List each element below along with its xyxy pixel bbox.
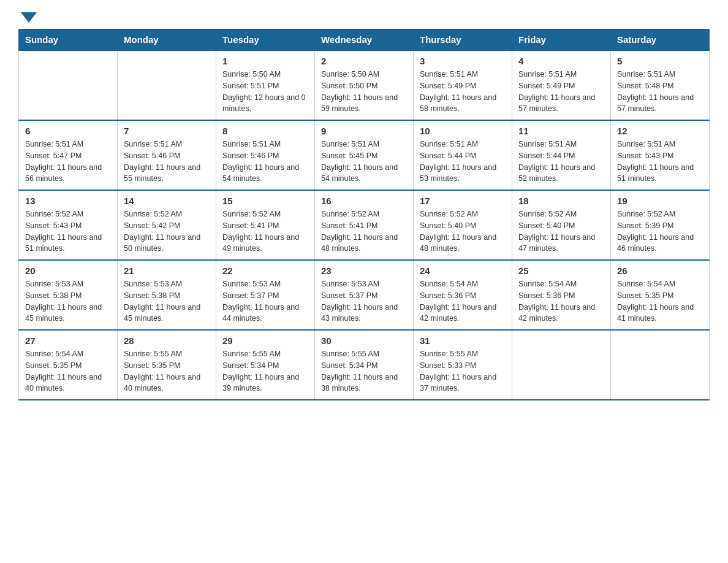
day-number: 26: [617, 266, 703, 276]
column-header-thursday: Thursday: [414, 29, 512, 51]
calendar-cell: 23Sunrise: 5:53 AMSunset: 5:37 PMDayligh…: [315, 260, 414, 330]
day-info: Sunrise: 5:54 AMSunset: 5:35 PMDaylight:…: [25, 348, 111, 394]
calendar-cell: [512, 330, 611, 400]
day-number: 16: [321, 196, 407, 206]
day-info: Sunrise: 5:53 AMSunset: 5:38 PMDaylight:…: [25, 278, 111, 324]
day-info: Sunrise: 5:52 AMSunset: 5:40 PMDaylight:…: [420, 209, 506, 255]
calendar-cell: 17Sunrise: 5:52 AMSunset: 5:40 PMDayligh…: [414, 190, 512, 260]
day-number: 28: [124, 335, 210, 346]
calendar-cell: 2Sunrise: 5:50 AMSunset: 5:50 PMDaylight…: [315, 50, 414, 120]
day-info: Sunrise: 5:54 AMSunset: 5:36 PMDaylight:…: [518, 278, 604, 324]
day-number: 18: [518, 196, 604, 206]
calendar-cell: 7Sunrise: 5:51 AMSunset: 5:46 PMDaylight…: [118, 120, 216, 190]
calendar-week-row: 1Sunrise: 5:50 AMSunset: 5:51 PMDaylight…: [19, 50, 710, 120]
day-info: Sunrise: 5:50 AMSunset: 5:50 PMDaylight:…: [321, 69, 407, 115]
day-info: Sunrise: 5:55 AMSunset: 5:33 PMDaylight:…: [420, 348, 506, 394]
calendar-week-row: 20Sunrise: 5:53 AMSunset: 5:38 PMDayligh…: [19, 260, 710, 330]
day-number: 10: [420, 126, 506, 136]
day-number: 22: [222, 266, 308, 276]
calendar-cell: [118, 50, 216, 120]
day-info: Sunrise: 5:52 AMSunset: 5:41 PMDaylight:…: [321, 209, 407, 255]
calendar-table: SundayMondayTuesdayWednesdayThursdayFrid…: [18, 29, 710, 400]
column-header-saturday: Saturday: [611, 29, 710, 51]
calendar-cell: 6Sunrise: 5:51 AMSunset: 5:47 PMDaylight…: [19, 120, 118, 190]
calendar-cell: 3Sunrise: 5:51 AMSunset: 5:49 PMDaylight…: [414, 50, 512, 120]
day-info: Sunrise: 5:51 AMSunset: 5:44 PMDaylight:…: [420, 139, 506, 185]
logo: [18, 12, 37, 23]
day-info: Sunrise: 5:51 AMSunset: 5:49 PMDaylight:…: [420, 69, 506, 115]
column-header-tuesday: Tuesday: [216, 29, 315, 51]
day-info: Sunrise: 5:52 AMSunset: 5:43 PMDaylight:…: [25, 209, 111, 255]
column-header-sunday: Sunday: [19, 29, 118, 51]
day-info: Sunrise: 5:53 AMSunset: 5:37 PMDaylight:…: [321, 278, 407, 324]
calendar-cell: 15Sunrise: 5:52 AMSunset: 5:41 PMDayligh…: [216, 190, 315, 260]
day-number: 1: [222, 56, 308, 66]
day-info: Sunrise: 5:52 AMSunset: 5:42 PMDaylight:…: [124, 209, 210, 255]
day-info: Sunrise: 5:53 AMSunset: 5:38 PMDaylight:…: [124, 278, 210, 324]
day-number: 9: [321, 126, 407, 136]
calendar-cell: 24Sunrise: 5:54 AMSunset: 5:36 PMDayligh…: [414, 260, 512, 330]
day-number: 17: [420, 196, 506, 206]
page-header: [18, 12, 710, 23]
day-info: Sunrise: 5:52 AMSunset: 5:41 PMDaylight:…: [222, 209, 308, 255]
calendar-cell: 1Sunrise: 5:50 AMSunset: 5:51 PMDaylight…: [216, 50, 315, 120]
day-number: 6: [25, 126, 111, 136]
column-header-wednesday: Wednesday: [315, 29, 414, 51]
calendar-cell: 29Sunrise: 5:55 AMSunset: 5:34 PMDayligh…: [216, 330, 315, 400]
day-info: Sunrise: 5:51 AMSunset: 5:46 PMDaylight:…: [222, 139, 308, 185]
calendar-cell: 16Sunrise: 5:52 AMSunset: 5:41 PMDayligh…: [315, 190, 414, 260]
calendar-cell: 13Sunrise: 5:52 AMSunset: 5:43 PMDayligh…: [19, 190, 118, 260]
day-number: 3: [420, 56, 506, 66]
day-number: 23: [321, 266, 407, 276]
day-info: Sunrise: 5:55 AMSunset: 5:35 PMDaylight:…: [124, 348, 210, 394]
day-number: 29: [222, 335, 308, 346]
calendar-week-row: 13Sunrise: 5:52 AMSunset: 5:43 PMDayligh…: [19, 190, 710, 260]
calendar-week-row: 6Sunrise: 5:51 AMSunset: 5:47 PMDaylight…: [19, 120, 710, 190]
calendar-cell: [19, 50, 118, 120]
calendar-cell: 9Sunrise: 5:51 AMSunset: 5:45 PMDaylight…: [315, 120, 414, 190]
day-info: Sunrise: 5:51 AMSunset: 5:46 PMDaylight:…: [124, 139, 210, 185]
day-info: Sunrise: 5:54 AMSunset: 5:35 PMDaylight:…: [617, 278, 703, 324]
day-number: 25: [518, 266, 604, 276]
day-number: 27: [25, 335, 111, 346]
calendar-cell: 5Sunrise: 5:51 AMSunset: 5:48 PMDaylight…: [611, 50, 710, 120]
day-number: 2: [321, 56, 407, 66]
day-info: Sunrise: 5:54 AMSunset: 5:36 PMDaylight:…: [420, 278, 506, 324]
day-number: 15: [222, 196, 308, 206]
calendar-cell: 10Sunrise: 5:51 AMSunset: 5:44 PMDayligh…: [414, 120, 512, 190]
calendar-cell: 20Sunrise: 5:53 AMSunset: 5:38 PMDayligh…: [19, 260, 118, 330]
calendar-week-row: 27Sunrise: 5:54 AMSunset: 5:35 PMDayligh…: [19, 330, 710, 400]
calendar-cell: 8Sunrise: 5:51 AMSunset: 5:46 PMDaylight…: [216, 120, 315, 190]
day-number: 14: [124, 196, 210, 206]
day-number: 20: [25, 266, 111, 276]
calendar-cell: [611, 330, 710, 400]
calendar-cell: 18Sunrise: 5:52 AMSunset: 5:40 PMDayligh…: [512, 190, 611, 260]
calendar-cell: 27Sunrise: 5:54 AMSunset: 5:35 PMDayligh…: [19, 330, 118, 400]
day-info: Sunrise: 5:51 AMSunset: 5:44 PMDaylight:…: [518, 139, 604, 185]
day-number: 24: [420, 266, 506, 276]
day-number: 5: [617, 56, 703, 66]
logo-triangle-icon: [21, 12, 37, 23]
day-number: 8: [222, 126, 308, 136]
calendar-header-row: SundayMondayTuesdayWednesdayThursdayFrid…: [19, 29, 710, 51]
day-number: 21: [124, 266, 210, 276]
calendar-cell: 21Sunrise: 5:53 AMSunset: 5:38 PMDayligh…: [118, 260, 216, 330]
day-number: 7: [124, 126, 210, 136]
day-info: Sunrise: 5:55 AMSunset: 5:34 PMDaylight:…: [222, 348, 308, 394]
day-info: Sunrise: 5:55 AMSunset: 5:34 PMDaylight:…: [321, 348, 407, 394]
calendar-cell: 26Sunrise: 5:54 AMSunset: 5:35 PMDayligh…: [611, 260, 710, 330]
calendar-cell: 12Sunrise: 5:51 AMSunset: 5:43 PMDayligh…: [611, 120, 710, 190]
calendar-cell: 22Sunrise: 5:53 AMSunset: 5:37 PMDayligh…: [216, 260, 315, 330]
day-info: Sunrise: 5:52 AMSunset: 5:40 PMDaylight:…: [518, 209, 604, 255]
day-info: Sunrise: 5:51 AMSunset: 5:49 PMDaylight:…: [518, 69, 604, 115]
day-number: 31: [420, 335, 506, 346]
calendar-cell: 28Sunrise: 5:55 AMSunset: 5:35 PMDayligh…: [118, 330, 216, 400]
calendar-cell: 11Sunrise: 5:51 AMSunset: 5:44 PMDayligh…: [512, 120, 611, 190]
calendar-cell: 4Sunrise: 5:51 AMSunset: 5:49 PMDaylight…: [512, 50, 611, 120]
day-info: Sunrise: 5:51 AMSunset: 5:43 PMDaylight:…: [617, 139, 703, 185]
day-number: 30: [321, 335, 407, 346]
day-info: Sunrise: 5:51 AMSunset: 5:45 PMDaylight:…: [321, 139, 407, 185]
day-number: 13: [25, 196, 111, 206]
day-number: 19: [617, 196, 703, 206]
day-info: Sunrise: 5:51 AMSunset: 5:48 PMDaylight:…: [617, 69, 703, 115]
